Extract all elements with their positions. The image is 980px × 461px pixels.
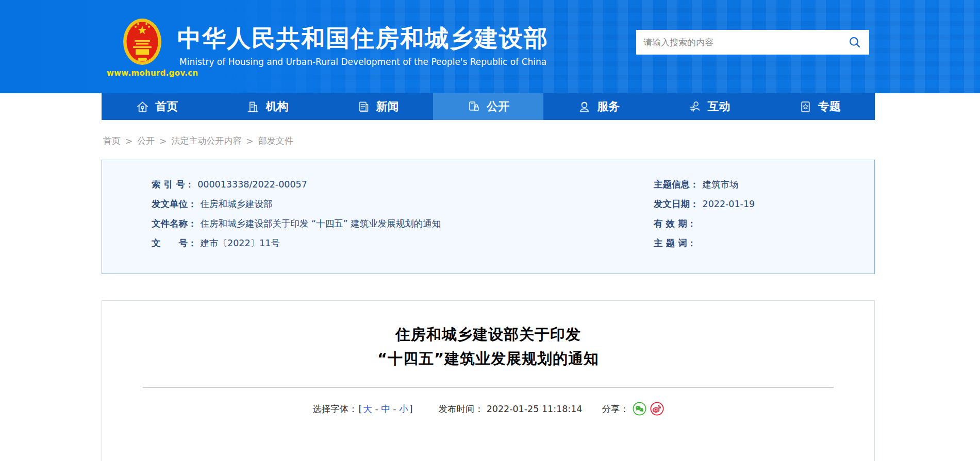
wechat-icon[interactable] — [633, 402, 646, 416]
meta-value: 建市〔2022〕11号 — [201, 237, 280, 249]
nav-item-1[interactable]: 首页 — [102, 93, 212, 120]
page: www.mohurd.gov.cn 中华人民共和国住房和城乡建设部 Minist… — [0, 0, 980, 461]
meta-value: 建筑市场 — [703, 178, 739, 191]
news-icon — [357, 100, 371, 114]
search-icon — [848, 36, 861, 49]
publish-time-label: 发布时间： — [439, 404, 484, 414]
doc-meta-left-column: 索 引 号：000013338/2022-00057发文单位：住房和城乡建设部文… — [152, 175, 441, 253]
national-emblem-icon — [122, 18, 162, 68]
organization-icon — [246, 100, 260, 114]
article-title-line2: “十四五”建筑业发展规划的通知 — [102, 347, 874, 371]
nav-label: 互动 — [708, 99, 730, 114]
meta-row: 索 引 号：000013338/2022-00057 — [152, 175, 441, 194]
font-size-large[interactable]: 大 — [363, 404, 372, 414]
meta-row: 发文日期：2022-01-19 — [654, 194, 755, 214]
article-title-line1: 住房和城乡建设部关于印发 — [102, 322, 874, 347]
share-group: 分享： — [602, 402, 665, 416]
breadcrumb-link-3[interactable]: 法定主动公开内容 — [172, 135, 242, 147]
site-url: www.mohurd.gov.cn — [107, 69, 184, 78]
nav-label: 专题 — [818, 99, 841, 114]
meta-label: 索 引 号： — [152, 178, 194, 191]
breadcrumb-link-2[interactable]: 公开 — [137, 135, 155, 147]
meta-label: 文件名称： — [152, 217, 197, 230]
breadcrumb-separator: > — [246, 136, 254, 146]
meta-value: 住房和城乡建设部 — [201, 198, 273, 210]
title-divider — [143, 387, 834, 388]
breadcrumb-separator: > — [159, 136, 167, 146]
font-selector-close-bracket: ] — [409, 404, 413, 414]
publish-time-value: 2022-01-25 11:18:14 — [487, 404, 583, 414]
nav-label: 新闻 — [376, 99, 399, 114]
search-button[interactable] — [840, 30, 869, 55]
nav-item-2[interactable]: 机构 — [212, 93, 322, 120]
meta-label: 有 效 期： — [654, 217, 696, 230]
meta-label: 主 题 词： — [654, 237, 696, 249]
nav-item-6[interactable]: 互动 — [654, 93, 764, 120]
meta-row: 主题信息：建筑市场 — [654, 175, 755, 194]
article-info-row: 选择字体： [ 大 - 中 - 小 ] 发布时间： 2022-01-25 11:… — [102, 402, 874, 416]
meta-value: 2022-01-19 — [703, 199, 755, 209]
disclosure-icon — [467, 100, 481, 114]
breadcrumb-link-4[interactable]: 部发文件 — [258, 135, 293, 147]
font-size-dash: - — [390, 404, 399, 414]
nav-item-7[interactable]: 专题 — [765, 93, 875, 120]
nav-label: 服务 — [597, 99, 620, 114]
nav-item-4[interactable]: 公开 — [433, 93, 543, 120]
font-selector-open-bracket: [ — [358, 404, 362, 414]
nav-label: 首页 — [155, 99, 178, 114]
site-subtitle: Ministry of Housing and Urban-Rural Deve… — [179, 57, 546, 67]
font-size-selector: 大 - 中 - 小 — [363, 403, 408, 415]
meta-label: 主题信息： — [654, 178, 699, 191]
meta-row: 主 题 词： — [654, 233, 755, 253]
nav-label: 机构 — [265, 99, 288, 114]
home-icon — [136, 100, 150, 114]
font-size-small[interactable]: 小 — [399, 404, 408, 414]
search-input[interactable] — [636, 30, 840, 55]
meta-row: 发文单位：住房和城乡建设部 — [152, 194, 441, 214]
nav-label: 公开 — [487, 99, 509, 114]
meta-row: 文 号：建市〔2022〕11号 — [152, 233, 441, 253]
breadcrumb-separator: > — [125, 136, 132, 146]
font-size-dash: - — [372, 404, 381, 414]
interaction-icon — [688, 100, 702, 114]
meta-value: 住房和城乡建设部关于印发 “十四五” 建筑业发展规划的通知 — [201, 217, 441, 230]
site-title: 中华人民共和国住房和城乡建设部 — [177, 23, 549, 55]
breadcrumb-link-1[interactable]: 首页 — [103, 135, 121, 147]
nav-item-3[interactable]: 新闻 — [323, 93, 433, 120]
article-box: 住房和城乡建设部关于印发 “十四五”建筑业发展规划的通知 选择字体： [ 大 -… — [102, 300, 875, 461]
font-selector-label: 选择字体： — [312, 403, 358, 415]
meta-row: 有 效 期： — [654, 214, 755, 233]
site-header: www.mohurd.gov.cn 中华人民共和国住房和城乡建设部 Minist… — [0, 0, 980, 93]
doc-meta-box: 索 引 号：000013338/2022-00057发文单位：住房和城乡建设部文… — [102, 160, 875, 274]
service-icon — [577, 100, 591, 114]
meta-label: 发文单位： — [152, 198, 197, 210]
meta-value: 000013338/2022-00057 — [197, 179, 307, 190]
special-topic-icon — [799, 100, 812, 114]
meta-label: 发文日期： — [654, 198, 699, 210]
main-nav: 首页机构新闻公开服务互动专题 — [102, 93, 875, 120]
font-size-medium[interactable]: 中 — [381, 404, 390, 414]
meta-label: 文 号： — [152, 237, 197, 249]
weibo-icon[interactable] — [650, 402, 664, 416]
search-box — [636, 30, 869, 55]
breadcrumb: 首页>公开>法定主动公开内容>部发文件 — [103, 135, 293, 147]
publish-time-group: 发布时间： 2022-01-25 11:18:14 — [439, 403, 583, 415]
meta-row: 文件名称：住房和城乡建设部关于印发 “十四五” 建筑业发展规划的通知 — [152, 214, 441, 233]
nav-item-5[interactable]: 服务 — [543, 93, 654, 120]
share-label: 分享： — [602, 403, 629, 415]
doc-meta-right-column: 主题信息：建筑市场发文日期：2022-01-19有 效 期：主 题 词： — [654, 175, 755, 253]
